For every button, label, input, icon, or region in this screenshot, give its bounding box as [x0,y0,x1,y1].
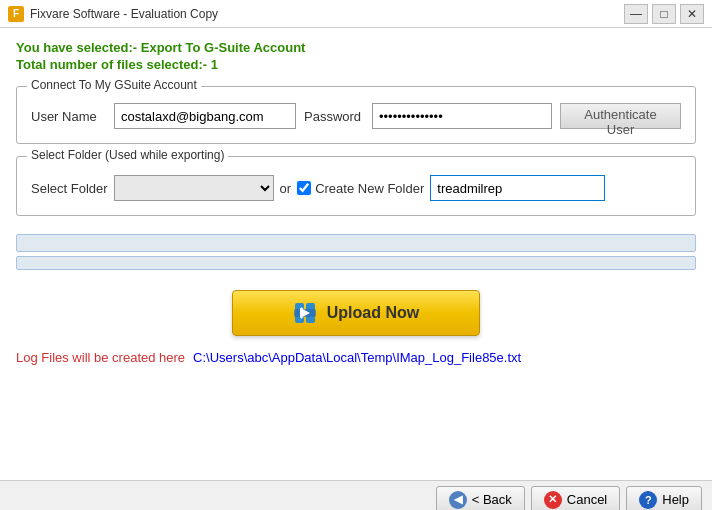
cancel-icon: ✕ [544,491,562,509]
progress-area [16,234,696,270]
create-folder-label: Create New Folder [315,181,424,196]
cancel-button[interactable]: ✕ Cancel [531,486,620,511]
folder-name-input[interactable] [430,175,605,201]
create-folder-checkbox-label[interactable]: Create New Folder [297,181,424,196]
gsuite-group-title: Connect To My GSuite Account [27,78,201,92]
folder-row: Select Folder or Create New Folder [31,175,681,201]
log-row: Log Files will be created here C:\Users\… [16,350,696,365]
create-folder-checkbox[interactable] [297,181,311,195]
folder-group: Select Folder (Used while exporting) Sel… [16,156,696,216]
maximize-button[interactable]: □ [652,4,676,24]
gsuite-group: Connect To My GSuite Account User Name P… [16,86,696,144]
folder-group-title: Select Folder (Used while exporting) [27,148,228,162]
minimize-button[interactable]: — [624,4,648,24]
log-link[interactable]: C:\Users\abc\AppData\Local\Temp\IMap_Log… [193,350,521,365]
log-label: Log Files will be created here [16,350,185,365]
upload-now-button[interactable]: Upload Now [232,290,480,336]
back-button[interactable]: ◀ < Back [436,486,525,511]
back-label: < Back [472,492,512,507]
username-label: User Name [31,109,106,124]
window-title: Fixvare Software - Evaluation Copy [30,7,624,21]
authenticate-button[interactable]: Authenticate User [560,103,681,129]
progress-bar-outer-2 [16,256,696,270]
upload-now-label: Upload Now [327,304,419,322]
window-controls: — □ ✕ [624,4,704,24]
password-label: Password [304,109,364,124]
or-text: or [280,181,292,196]
folder-label: Select Folder [31,181,108,196]
username-input[interactable] [114,103,296,129]
password-input[interactable] [372,103,552,129]
upload-btn-container: Upload Now [16,290,696,336]
help-button[interactable]: ? Help [626,486,702,511]
cancel-label: Cancel [567,492,607,507]
help-label: Help [662,492,689,507]
folder-select[interactable] [114,175,274,201]
app-icon: F [8,6,24,22]
title-bar: F Fixvare Software - Evaluation Copy — □… [0,0,712,28]
back-icon: ◀ [449,491,467,509]
credentials-row: User Name Password Authenticate User [31,103,681,129]
close-button[interactable]: ✕ [680,4,704,24]
upload-icon [293,301,317,325]
status-count: Total number of files selected:- 1 [16,57,696,72]
progress-bar-outer-1 [16,234,696,252]
status-selected: You have selected:- Export To G-Suite Ac… [16,40,696,55]
bottom-bar: ◀ < Back ✕ Cancel ? Help [0,480,712,510]
help-icon: ? [639,491,657,509]
main-content: You have selected:- Export To G-Suite Ac… [0,28,712,480]
